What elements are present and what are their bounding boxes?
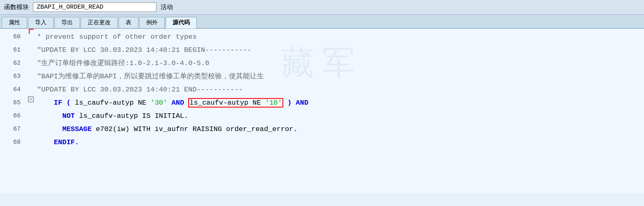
code-text: * prevent support of other order types	[37, 30, 644, 44]
code-token: NOT	[37, 112, 79, 120]
line-number: 62	[0, 57, 25, 70]
code-token: '10'	[265, 99, 282, 107]
code-token: e702(iw) WITH iv_aufnr RAISING order_rea…	[96, 125, 298, 133]
code-content: 60* prevent support of other order types…	[0, 29, 644, 151]
code-line-66: 66 NOT ls_caufv-autyp IS INITIAL.	[0, 110, 644, 123]
module-label: 函数模块	[4, 3, 29, 11]
line-number: 61	[0, 44, 25, 57]
code-line-60: 60* prevent support of other order types	[0, 30, 644, 44]
code-line-67: 67 MESSAGE e702(iw) WITH iv_aufnr RAISIN…	[0, 123, 644, 136]
top-bar: 函数模块 ZBAPI_H_ORDER_READ 活动	[0, 0, 644, 15]
tab-源代码[interactable]: 源代码	[166, 17, 197, 28]
line-gutter[interactable]: −	[25, 96, 37, 102]
module-value[interactable]: ZBAPI_H_ORDER_READ	[33, 2, 156, 12]
code-text: "BAPI为维修工单的BAPI，所以要跳过维修工单的类型校验，使其能让生	[37, 70, 644, 83]
code-text: NOT ls_caufv-autyp IS INITIAL.	[37, 110, 644, 123]
code-area: 藏军 60* prevent support of other order ty…	[0, 29, 644, 194]
tab-例外[interactable]: 例外	[139, 17, 165, 28]
code-line-62: 62"生产订单组件修改逻辑路径:1.0-2.1-3.0-4.0-5.0	[0, 57, 644, 70]
code-text: "UPDATE BY LCC 30.03.2023 14:40:21 END--…	[37, 83, 644, 96]
code-token: '30'	[150, 99, 167, 107]
code-text: ENDIF.	[37, 136, 644, 149]
code-line-61: 61"UPDATE BY LCC 30.03.2023 14:40:21 BEG…	[0, 44, 644, 57]
line-number: 63	[0, 70, 25, 83]
collapse-icon[interactable]: −	[28, 96, 34, 102]
code-text: "生产订单组件修改逻辑路径:1.0-2.1-3.0-4.0-5.0	[37, 57, 644, 70]
line-number: 67	[0, 123, 25, 136]
tab-属性[interactable]: 属性	[2, 17, 27, 28]
code-line-63: 63"BAPI为维修工单的BAPI，所以要跳过维修工单的类型校验，使其能让生	[0, 70, 644, 83]
code-text: IF ( ls_caufv-autyp NE '30' AND ls_caufv…	[37, 96, 644, 110]
code-token: ls_caufv-autyp NE	[75, 99, 151, 107]
code-line-64: 64"UPDATE BY LCC 30.03.2023 14:40:21 END…	[0, 83, 644, 96]
tab-正在更改[interactable]: 正在更改	[81, 17, 118, 28]
code-token: ls_caufv-autyp NE	[189, 99, 265, 107]
line-number: 66	[0, 110, 25, 123]
line-number: 64	[0, 83, 25, 96]
tab-导出[interactable]: 导出	[54, 17, 80, 28]
highlight-box: ls_caufv-autyp NE '10'	[188, 98, 283, 108]
code-token: AND	[167, 99, 188, 107]
code-token: ls_caufv-autyp IS INITIAL.	[79, 112, 188, 120]
code-text: MESSAGE e702(iw) WITH iv_aufnr RAISING o…	[37, 123, 644, 136]
tabs-bar: 属性导入导出正在更改表例外源代码	[0, 15, 644, 29]
code-token: ) AND	[283, 99, 308, 107]
line-number: 68	[0, 136, 25, 149]
tab-导入[interactable]: 导入	[28, 17, 54, 28]
line-number: 65	[0, 96, 25, 110]
line-number: 60	[0, 30, 25, 44]
tab-表[interactable]: 表	[119, 17, 138, 28]
code-line-68: 68 ENDIF.	[0, 136, 644, 149]
code-line-65: 65− IF ( ls_caufv-autyp NE '30' AND ls_c…	[0, 96, 644, 110]
code-text: "UPDATE BY LCC 30.03.2023 14:40:21 BEGIN…	[37, 44, 644, 57]
code-token: IF (	[37, 99, 75, 107]
status-label: 活动	[161, 3, 173, 11]
code-token: MESSAGE	[37, 125, 96, 133]
code-token: ENDIF.	[37, 138, 79, 146]
